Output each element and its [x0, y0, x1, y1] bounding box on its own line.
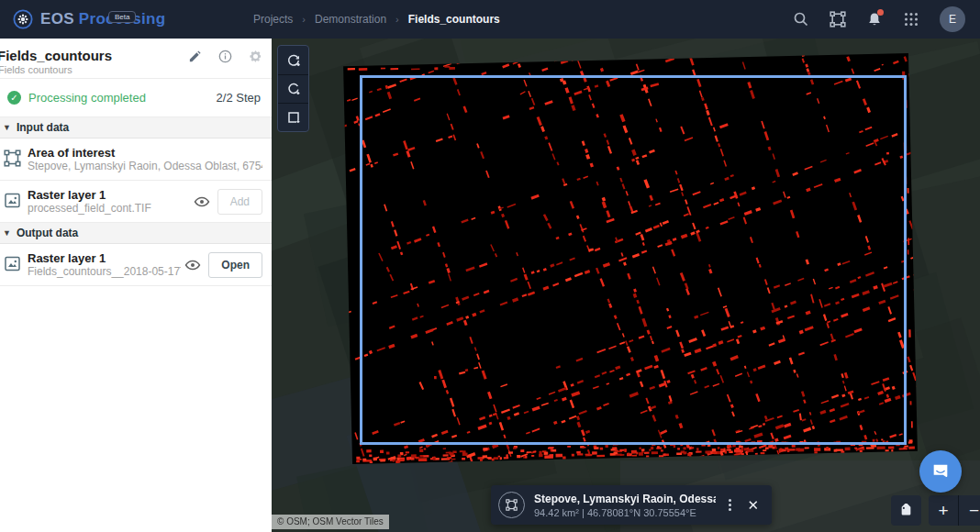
item-subtitle: processed_field_cont.TIF	[28, 202, 190, 215]
support-chat-button[interactable]	[919, 450, 962, 493]
tag-icon	[899, 504, 913, 517]
visibility-eye-icon[interactable]	[184, 257, 201, 273]
list-item-area-of-interest[interactable]: Area of interest Stepove, Lymanskyi Raoi…	[0, 139, 272, 181]
search-icon[interactable]	[793, 11, 809, 28]
visibility-eye-icon[interactable]	[194, 194, 210, 210]
app-header: EOS Processing Beta Projects › Demonstra…	[0, 0, 980, 39]
field-contours-raster	[272, 39, 980, 532]
collapse-triangle-icon: ▼	[3, 228, 11, 238]
breadcrumb-demonstration[interactable]: Demonstration	[315, 13, 386, 26]
aoi-badge	[498, 492, 525, 518]
notification-dot	[877, 9, 884, 16]
collapse-triangle-icon: ▼	[3, 123, 11, 132]
item-title: Area of interest	[28, 146, 262, 160]
section-input-data[interactable]: ▼ Input data	[0, 117, 272, 139]
map-viewport[interactable]: Stepove, Lymanskyi Raoin, Odessa Obla...…	[272, 39, 980, 532]
raster-icon	[4, 255, 21, 272]
breadcrumb-separator: ›	[302, 14, 306, 25]
aoi-info-card: Stepove, Lymanskyi Raoin, Odessa Obla...…	[491, 485, 772, 525]
user-avatar[interactable]: E	[940, 6, 965, 32]
beta-badge: Beta	[108, 11, 136, 23]
project-subtitle: Fields countours	[0, 64, 261, 75]
aoi-area-icon[interactable]	[830, 11, 846, 28]
app-logo[interactable]: EOS Processing Beta	[0, 9, 239, 29]
redraw-circle-icon	[286, 53, 301, 68]
header-actions: E	[793, 6, 980, 32]
raster-icon	[4, 192, 21, 209]
project-sidebar: Fields_countours Fields countours ✓ Proc…	[0, 39, 272, 532]
aoi-card-title: Stepove, Lymanskyi Raoin, Odessa Obla...	[534, 493, 716, 505]
breadcrumb-separator: ›	[395, 14, 399, 25]
project-header: Fields_countours Fields countours	[0, 39, 272, 79]
more-options-kebab-icon[interactable]	[723, 499, 736, 511]
eos-gear-logo-icon	[13, 9, 33, 29]
list-item-output-raster[interactable]: Raster layer 1 Fields_countours__2018-05…	[0, 244, 272, 286]
zoom-out-button[interactable]: −	[959, 495, 980, 526]
zoom-control: + −	[929, 495, 980, 526]
map-attribution: © OSM; OSM Vector Tiles	[272, 515, 389, 529]
aoi-card-measurements: 94.42 km² | 46.78081°N 30.75554°E	[534, 507, 716, 518]
draw-rectangle-icon	[286, 110, 301, 125]
open-button[interactable]: Open	[208, 252, 262, 278]
status-step-count: 2/2 Step	[217, 91, 261, 105]
add-button[interactable]: Add	[217, 189, 262, 215]
app-title: EOS Processing	[40, 10, 166, 28]
apps-grid-icon[interactable]	[903, 11, 919, 28]
draw-circle-icon	[286, 82, 301, 96]
edit-pencil-icon[interactable]	[188, 50, 202, 63]
settings-gear-icon[interactable]	[249, 50, 262, 63]
item-title: Raster layer 1	[28, 188, 190, 202]
close-icon[interactable]: ✕	[743, 495, 763, 515]
list-item-input-raster[interactable]: Raster layer 1 processed_field_cont.TIF …	[0, 181, 272, 223]
info-icon[interactable]	[218, 50, 232, 63]
status-label: Processing completed	[28, 91, 146, 105]
breadcrumb-current-project: Fields_countours	[408, 13, 500, 26]
section-output-data[interactable]: ▼ Output data	[0, 223, 272, 244]
item-title: Raster layer 1	[28, 251, 181, 265]
zoom-in-button[interactable]: +	[929, 495, 959, 526]
status-check-icon: ✓	[7, 91, 21, 105]
chat-bubble-icon	[930, 461, 951, 482]
item-subtitle: Stepove, Lymanskyi Raoin, Odessa Oblast,…	[28, 160, 262, 172]
draw-circle-tool[interactable]	[278, 74, 308, 103]
aoi-icon	[506, 499, 518, 511]
draw-rectangle-tool[interactable]	[278, 103, 308, 131]
redraw-circle-tool[interactable]	[278, 46, 308, 74]
aoi-icon	[4, 150, 21, 167]
breadcrumb-projects[interactable]: Projects	[253, 13, 293, 26]
notifications-bell-icon[interactable]	[866, 11, 883, 28]
map-draw-toolbar	[277, 45, 309, 132]
item-subtitle: Fields_countours__2018-05-17T15-01...	[28, 265, 181, 278]
labels-tag-button[interactable]	[891, 495, 921, 526]
processing-status: ✓ Processing completed 2/2 Step	[0, 79, 272, 117]
breadcrumb: Projects › Demonstration › Fields_counto…	[253, 13, 500, 26]
